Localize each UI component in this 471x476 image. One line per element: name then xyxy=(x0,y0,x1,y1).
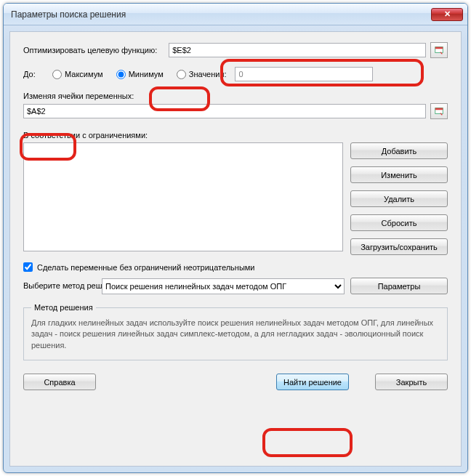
load-save-button[interactable]: Загрузить/сохранить xyxy=(350,238,448,255)
radio-max-label: Максимум xyxy=(65,70,103,78)
close-button[interactable]: Закрыть xyxy=(375,374,448,390)
radio-min[interactable]: Минимум xyxy=(116,70,164,79)
delete-button[interactable]: Удалить xyxy=(350,190,448,207)
method-select[interactable]: Поиск решения нелинейных задач методом О… xyxy=(102,278,345,294)
reset-button[interactable]: Сбросить xyxy=(350,214,448,231)
method-description-group: Метод решения Для гладких нелинейных зад… xyxy=(23,303,448,360)
changing-row xyxy=(23,103,448,119)
change-button[interactable]: Изменить xyxy=(350,166,448,183)
solver-dialog-window: Параметры поиска решения ✕ Оптимизироват… xyxy=(3,3,468,473)
titlebar: Параметры поиска решения ✕ xyxy=(4,4,467,25)
svg-rect-1 xyxy=(435,47,443,49)
window-title: Параметры поиска решения xyxy=(8,9,431,20)
svg-rect-3 xyxy=(435,108,443,110)
range-picker-icon xyxy=(434,45,444,55)
radio-max-input[interactable] xyxy=(52,70,62,79)
options-button[interactable]: Параметры xyxy=(350,278,448,294)
objective-range-picker-button[interactable] xyxy=(430,42,448,58)
method-group-legend: Метод решения xyxy=(31,303,96,312)
close-icon: ✕ xyxy=(444,9,451,19)
to-row: До: Максимум Минимум Значения: xyxy=(23,67,448,81)
window-close-button[interactable]: ✕ xyxy=(431,8,463,21)
nonneg-row: Сделать переменные без ограничений неотр… xyxy=(23,262,448,272)
objective-label: Оптимизировать целевую функцию: xyxy=(23,46,157,55)
range-picker-icon xyxy=(434,106,444,116)
constraints-listbox[interactable] xyxy=(23,142,343,251)
changing-cells-input[interactable] xyxy=(23,104,426,118)
dialog-body: Оптимизировать целевую функцию: До: Макс… xyxy=(9,31,462,467)
radio-value-of-input[interactable] xyxy=(177,70,186,79)
help-button[interactable]: Справка xyxy=(23,374,96,390)
radio-max[interactable]: Максимум xyxy=(52,70,103,79)
value-of-input[interactable] xyxy=(235,67,373,81)
method-row: Выберите метод решения: Поиск решения не… xyxy=(23,278,448,294)
objective-cell-input[interactable] xyxy=(169,43,426,57)
to-label: До: xyxy=(23,70,52,78)
method-label: Выберите метод решения: xyxy=(23,281,96,291)
method-description-text: Для гладких нелинейных задач используйте… xyxy=(31,318,440,351)
nonneg-checkbox[interactable] xyxy=(23,262,33,272)
changing-range-picker-button[interactable] xyxy=(430,103,448,119)
radio-min-input[interactable] xyxy=(116,70,126,79)
nonneg-label: Сделать переменные без ограничений неотр… xyxy=(37,263,255,272)
add-button[interactable]: Добавить xyxy=(350,142,448,159)
constraints-buttons: Добавить Изменить Удалить Сбросить Загру… xyxy=(350,142,448,255)
solve-button[interactable]: Найти решение xyxy=(276,374,349,390)
radio-value-of-label: Значения: xyxy=(189,70,227,78)
radio-value-of[interactable]: Значения: xyxy=(177,70,227,79)
objective-row: Оптимизировать целевую функцию: xyxy=(23,42,448,58)
constraints-row: Добавить Изменить Удалить Сбросить Загру… xyxy=(23,142,448,255)
constraints-label: В соответствии с ограничениями: xyxy=(23,131,148,140)
radio-min-label: Минимум xyxy=(129,70,164,78)
changing-label: Изменяя ячейки переменных: xyxy=(23,92,134,100)
target-radio-group: Максимум Минимум Значения: xyxy=(52,70,235,79)
footer-row: Справка Найти решение Закрыть xyxy=(23,374,448,390)
